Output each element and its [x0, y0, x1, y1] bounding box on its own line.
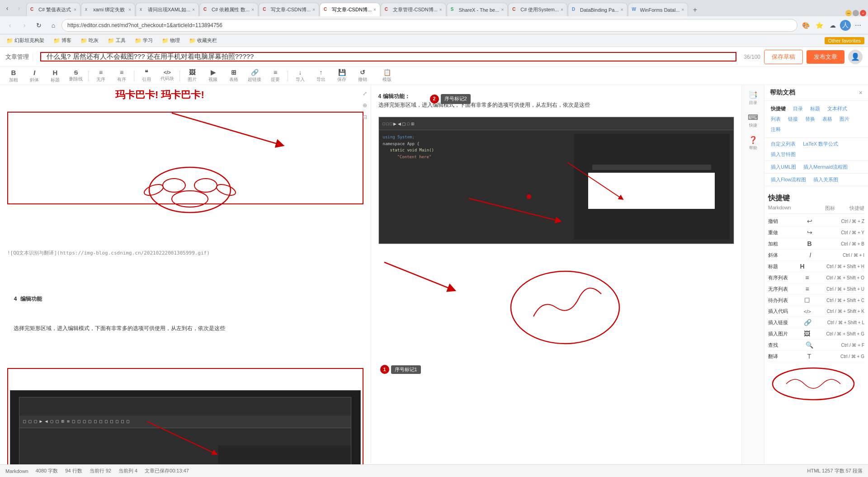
bookmark-physics[interactable]: 📁 物理: [159, 36, 183, 45]
help-tab-link[interactable]: 链接: [785, 115, 801, 123]
close-window-btn[interactable]: ×: [860, 10, 866, 16]
back-btn[interactable]: ‹: [2, 3, 13, 14]
toolbar-quote[interactable]: ❝ 引用: [137, 68, 156, 84]
help-tab-table[interactable]: 表格: [820, 115, 835, 123]
article-title-input[interactable]: [43, 53, 734, 61]
toolbar-code[interactable]: </> 代码块: [157, 68, 177, 84]
toolbar-save[interactable]: 💾 保存: [332, 68, 352, 84]
toolbar-more[interactable]: ≡ 提要: [265, 68, 285, 84]
bookmark-favorites[interactable]: 📁 收藏夹栏: [186, 36, 220, 45]
save-label: 保存: [337, 76, 346, 83]
expand-btn[interactable]: ⤢: [360, 89, 370, 99]
address-bar[interactable]: https://editor.csdn.net/md?not_checkout=…: [61, 19, 797, 32]
toolbar-import[interactable]: ↓ 导入: [290, 68, 310, 84]
shortcut-find-name: 查找: [768, 342, 778, 349]
toolbar-bold[interactable]: B 加粗: [4, 68, 24, 84]
help-btn-gantt[interactable]: 插入甘特图: [768, 150, 798, 159]
tab-close-11[interactable]: ×: [682, 7, 684, 12]
tab-csdn-write2[interactable]: C 写文章-CSDN博... ×: [320, 3, 380, 16]
tab-cs-dependency[interactable]: C C# 依赖属性 数... ×: [199, 3, 258, 16]
tab-close-2[interactable]: ×: [128, 7, 131, 12]
bookmark-phantom[interactable]: 📁 幻影坦克构架: [4, 36, 47, 45]
tab-close-10[interactable]: ×: [621, 7, 623, 12]
user-avatar[interactable]: 👤: [848, 50, 863, 64]
tab-close-8[interactable]: ×: [501, 7, 504, 12]
tab-xaml-error[interactable]: x 请问出现XAML如... ×: [136, 3, 199, 16]
tab-xami[interactable]: x xami 绑定失败 ×: [81, 3, 135, 16]
bookmark-tools[interactable]: 📁 工具: [105, 36, 128, 45]
bookmark-dust[interactable]: 📁 吃灰: [78, 36, 101, 45]
help-tab-comment[interactable]: 注释: [768, 125, 783, 134]
shortcut-btn[interactable]: ⌨ 快捷: [744, 111, 762, 130]
toolbar-ol[interactable]: ≡ 有序: [112, 68, 132, 84]
tab-winforms[interactable]: W WinForms Datal... ×: [628, 3, 689, 16]
tab-close-1[interactable]: ×: [74, 7, 76, 12]
ext-btn-3[interactable]: ☁: [826, 19, 839, 32]
help-btn-relation[interactable]: 插入关系图: [811, 175, 841, 184]
toolbar-ul[interactable]: ≡ 无序: [91, 68, 111, 84]
toolbar-export[interactable]: ↑ 导出: [311, 68, 331, 84]
zoom-btn[interactable]: ⊕: [360, 100, 370, 110]
toolbar-table[interactable]: ⊞ 表格: [224, 68, 244, 84]
help-tab-image[interactable]: 图片: [837, 115, 852, 123]
help-section-title: 快捷键: [768, 190, 864, 205]
home-button[interactable]: ⌂: [47, 19, 60, 32]
other-favorites-btn[interactable]: Other favorites: [825, 37, 864, 44]
maximize-btn[interactable]: [853, 10, 859, 16]
editor-text-pane[interactable]: ![QQ文本识别与翻译](https://img-blog.csdnimg.cn…: [0, 85, 371, 464]
profile-btn[interactable]: 人: [840, 20, 851, 31]
tab-close-3[interactable]: ×: [192, 7, 195, 12]
section-4-header: 4 编辑功能: [14, 296, 42, 302]
bookmark-blog[interactable]: 📁 博客: [51, 36, 74, 45]
help-tab-shortcuts[interactable]: 快捷键: [768, 104, 788, 113]
help-btn[interactable]: ❓ 帮助: [744, 134, 762, 153]
help-btn-custom-list[interactable]: 自定义列表: [768, 140, 798, 148]
help-tab-textstyle[interactable]: 文本样式: [825, 104, 850, 113]
save-draft-btn[interactable]: 保存草稿: [764, 50, 803, 64]
toolbar-heading[interactable]: H 标题: [45, 68, 65, 84]
toolbar-italic[interactable]: I 斜体: [24, 68, 44, 84]
ext-btn-2[interactable]: ⭐: [813, 19, 826, 32]
preview-content-pane[interactable]: 4 编辑功能： 选择完矩形区域，进入编辑模式，下面有非常多的选项可供使用，从左到…: [371, 85, 742, 464]
help-btn-uml[interactable]: 插入UML图: [768, 163, 799, 171]
toolbar-image[interactable]: 🖼 图片: [182, 68, 202, 84]
tab-sharex[interactable]: S ShareX - The be... ×: [447, 3, 508, 16]
tab-close-4[interactable]: ×: [251, 7, 254, 12]
bookmark-study[interactable]: 📁 学习: [132, 36, 156, 45]
toolbar-video[interactable]: ▶ 视频: [203, 68, 223, 84]
minimize-btn[interactable]: ─: [845, 10, 852, 16]
forward-btn[interactable]: ›: [14, 3, 24, 14]
forward-button[interactable]: ›: [18, 19, 31, 32]
tab-c-sharp-values[interactable]: C C# 繁值表达式 ×: [26, 3, 80, 16]
ext-btn-1[interactable]: 🎨: [799, 19, 812, 32]
toolbar-template[interactable]: 📋 模版: [373, 68, 401, 84]
help-btn-latex[interactable]: LaTeX 数学公式: [800, 140, 841, 148]
help-tab-list[interactable]: 列表: [768, 115, 783, 123]
help-tab-heading[interactable]: 标题: [807, 104, 823, 113]
toolbar-link[interactable]: 🔗 超链接: [245, 68, 264, 84]
tab-close-9[interactable]: ×: [561, 7, 563, 12]
new-tab-btn[interactable]: +: [689, 4, 701, 16]
publish-btn[interactable]: 发布文章: [807, 50, 844, 64]
help-panel-close-btn[interactable]: ×: [859, 89, 863, 96]
tab-close-6[interactable]: ×: [373, 7, 376, 12]
shortcut-image-key: Ctrl / ⌘ + Shift + G: [826, 331, 864, 336]
help-btn-mermaid[interactable]: 插入Mermaid流程图: [801, 163, 850, 171]
toolbar-strikethrough[interactable]: S 删除线: [66, 68, 86, 84]
toc-btn[interactable]: 📑 目录: [744, 89, 762, 108]
collapse-btn[interactable]: ⊟: [360, 112, 370, 122]
back-button[interactable]: ‹: [4, 19, 16, 32]
tab-close-7[interactable]: ×: [439, 7, 442, 12]
tab-cs-system[interactable]: C C# 使用System... ×: [508, 3, 567, 16]
help-tab-toc[interactable]: 目录: [790, 104, 806, 113]
reload-button[interactable]: ↻: [33, 19, 45, 32]
tab-article-manage[interactable]: C 文章管理-CSDN博... ×: [381, 3, 446, 16]
tab-label-7: 文章管理-CSDN博...: [393, 6, 438, 13]
help-tab-replace[interactable]: 替换: [802, 115, 818, 123]
tab-close-5[interactable]: ×: [312, 7, 315, 12]
tab-databinding[interactable]: D DataBinding Pa... ×: [568, 3, 627, 16]
help-btn-flow[interactable]: 插入Flow流程图: [768, 175, 809, 184]
settings-btn[interactable]: ⋯: [852, 19, 864, 32]
toolbar-undo[interactable]: ↺ 撤销: [353, 68, 373, 84]
tab-csdn-write1[interactable]: C 写文章-CSDN博... ×: [259, 3, 319, 16]
